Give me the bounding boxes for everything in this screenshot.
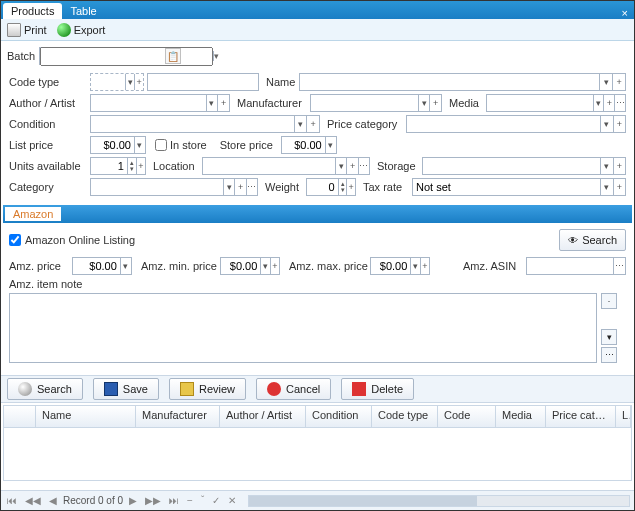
grid-col-author[interactable]: Author / Artist [220, 406, 306, 427]
amz-max-price-label: Amz. max. price [289, 260, 367, 272]
tab-products[interactable]: Products [3, 3, 62, 19]
cancel-button[interactable]: Cancel [256, 378, 331, 400]
grid-header: Name Manufacturer Author / Artist Condit… [4, 406, 631, 428]
storage-label: Storage [377, 160, 419, 172]
grid-col-name[interactable]: Name [36, 406, 136, 427]
manufacturer-label: Manufacturer [237, 97, 307, 109]
location-label: Location [153, 160, 199, 172]
in-store-checkbox[interactable] [155, 139, 167, 151]
manufacturer-input[interactable] [310, 94, 442, 112]
nav-minus-icon[interactable]: − [185, 495, 195, 506]
grid-col-pricecat[interactable]: Price categ... [546, 406, 616, 427]
amz-price-input[interactable] [72, 257, 132, 275]
weight-input[interactable]: ▴▾ [306, 178, 356, 196]
note-up-button[interactable]: · [601, 293, 617, 309]
amz-max-price-input[interactable] [370, 257, 430, 275]
save-button[interactable]: Save [93, 378, 159, 400]
in-store-label: In store [170, 139, 207, 151]
export-button[interactable]: Export [57, 23, 106, 37]
author-label: Author / Artist [9, 97, 87, 109]
price-category-label: Price category [327, 118, 403, 130]
print-label: Print [24, 24, 47, 36]
nav-next-icon[interactable]: ▶ [127, 495, 139, 506]
name-input[interactable] [299, 73, 626, 91]
name-label: Name [266, 76, 296, 88]
code-type-label: Code type [9, 76, 87, 88]
tab-table[interactable]: Table [62, 3, 104, 19]
nav-record-text: Record 0 of 0 [63, 495, 123, 506]
export-label: Export [74, 24, 106, 36]
amazon-listing-checkbox[interactable] [9, 234, 21, 246]
review-button[interactable]: Review [169, 378, 246, 400]
grid-col-last[interactable]: L [616, 406, 631, 427]
batch-label: Batch [7, 50, 35, 62]
weight-label: Weight [265, 181, 303, 193]
export-icon [57, 23, 71, 37]
list-price-label: List price [9, 139, 87, 151]
category-input[interactable] [90, 178, 258, 196]
price-category-input[interactable] [406, 115, 626, 133]
tax-rate-input[interactable] [412, 178, 626, 196]
eye-icon [568, 234, 578, 246]
category-label: Category [9, 181, 87, 193]
nav-tick-icon[interactable]: ˇ [199, 495, 206, 506]
store-price-input[interactable] [281, 136, 337, 154]
author-input[interactable] [90, 94, 230, 112]
batch-action-icon[interactable]: 📋 [165, 48, 181, 64]
delete-button[interactable]: Delete [341, 378, 414, 400]
list-price-input[interactable] [90, 136, 146, 154]
print-button[interactable]: Print [7, 23, 47, 37]
media-input[interactable] [486, 94, 626, 112]
delete-icon [352, 382, 366, 396]
cancel-icon [267, 382, 281, 396]
amz-note-textarea[interactable] [9, 293, 597, 363]
amazon-section-header: Amazon [3, 205, 632, 223]
code-input[interactable] [147, 73, 259, 91]
search-icon [18, 382, 32, 396]
grid-col-codetype[interactable]: Code type [372, 406, 438, 427]
grid-col-code[interactable]: Code [438, 406, 496, 427]
condition-label: Condition [9, 118, 87, 130]
grid-col-selector[interactable] [4, 406, 36, 427]
condition-input[interactable] [90, 115, 320, 133]
code-type-input[interactable] [90, 73, 144, 91]
grid-col-media[interactable]: Media [496, 406, 546, 427]
save-icon [104, 382, 118, 396]
note-dropdown-button[interactable]: ▾ [601, 329, 617, 345]
amz-note-label: Amz. item note [9, 278, 87, 290]
amazon-listing-label: Amazon Online Listing [25, 234, 135, 246]
review-icon [180, 382, 194, 396]
horizontal-scrollbar[interactable] [248, 495, 630, 507]
amz-price-label: Amz. price [9, 260, 69, 272]
nav-last-icon[interactable]: ⏭ [167, 495, 181, 506]
location-input[interactable] [202, 157, 370, 175]
nav-x-icon[interactable]: ✕ [226, 495, 238, 506]
grid-col-manufacturer[interactable]: Manufacturer [136, 406, 220, 427]
storage-input[interactable] [422, 157, 626, 175]
nav-prevpage-icon[interactable]: ◀◀ [23, 495, 43, 506]
amz-min-price-input[interactable] [220, 257, 280, 275]
nav-check-icon[interactable]: ✓ [210, 495, 222, 506]
record-navigator: ⏮ ◀◀ ◀ Record 0 of 0 ▶ ▶▶ ⏭ − ˇ ✓ ✕ [1, 490, 634, 510]
grid-body [4, 428, 631, 480]
store-price-label: Store price [220, 139, 278, 151]
close-icon[interactable]: × [616, 7, 634, 19]
media-label: Media [449, 97, 483, 109]
nav-nextpage-icon[interactable]: ▶▶ [143, 495, 163, 506]
data-grid[interactable]: Name Manufacturer Author / Artist Condit… [3, 405, 632, 481]
nav-first-icon[interactable]: ⏮ [5, 495, 19, 506]
amz-asin-label: Amz. ASIN [463, 260, 523, 272]
amz-asin-input[interactable] [526, 257, 626, 275]
search-button[interactable]: Search [7, 378, 83, 400]
nav-prev-icon[interactable]: ◀ [47, 495, 59, 506]
amz-min-price-label: Amz. min. price [141, 260, 217, 272]
amazon-tab[interactable]: Amazon [5, 207, 61, 221]
note-more-button[interactable]: ⋯ [601, 347, 617, 363]
units-available-input[interactable]: ▴▾ [90, 157, 146, 175]
units-available-label: Units available [9, 160, 87, 172]
print-icon [7, 23, 21, 37]
grid-col-condition[interactable]: Condition [306, 406, 372, 427]
amazon-search-button[interactable]: Search [559, 229, 626, 251]
batch-dropdown[interactable] [39, 47, 161, 65]
tax-rate-label: Tax rate [363, 181, 409, 193]
